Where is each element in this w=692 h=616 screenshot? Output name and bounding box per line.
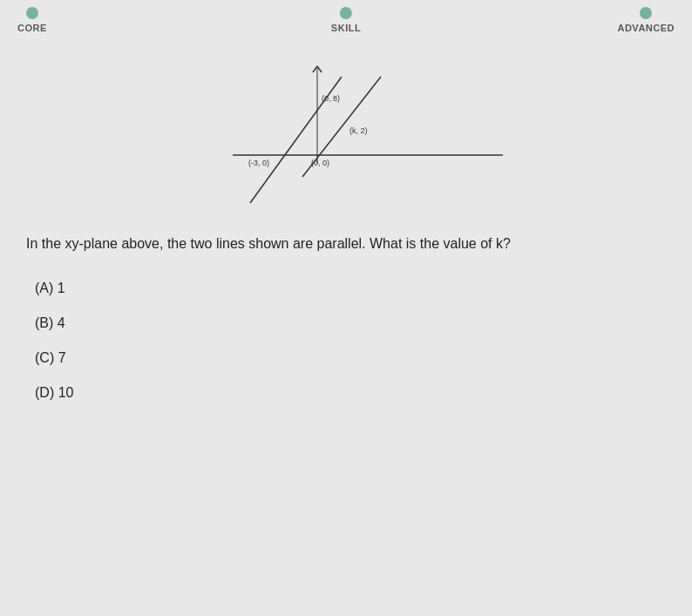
nav-advanced[interactable]: ADVANCED <box>617 7 675 33</box>
core-dot <box>26 7 38 19</box>
point-label-0-0: (0, 0) <box>311 159 329 167</box>
nav-skill[interactable]: SKILL <box>331 7 361 33</box>
answer-option-a[interactable]: (A) 1 <box>26 281 666 296</box>
skill-label: SKILL <box>331 23 361 33</box>
point-label--3-0: (-3, 0) <box>248 159 269 167</box>
advanced-label: ADVANCED <box>617 23 675 33</box>
advanced-dot <box>640 7 652 19</box>
diagram-container: (0, 8) (k, 2) (-3, 0) (0, 0) <box>172 42 520 216</box>
answer-option-b[interactable]: (B) 4 <box>26 315 666 331</box>
top-navigation: CORE SKILL ADVANCED <box>0 0 692 33</box>
svg-line-4 <box>313 66 317 72</box>
diagram-svg: (0, 8) (k, 2) (-3, 0) (0, 0) <box>180 42 512 216</box>
question-area: In the xy-plane above, the two lines sho… <box>0 234 692 401</box>
svg-line-5 <box>317 66 322 72</box>
question-text: In the xy-plane above, the two lines sho… <box>26 234 666 254</box>
point-label-k-2: (k, 2) <box>349 126 368 135</box>
core-label: CORE <box>17 23 47 33</box>
answer-option-c[interactable]: (C) 7 <box>26 350 666 366</box>
answer-option-d[interactable]: (D) 10 <box>26 385 666 401</box>
skill-dot <box>340 7 352 19</box>
point-label-0-8: (0, 8) <box>322 94 340 103</box>
nav-core[interactable]: CORE <box>17 7 47 33</box>
